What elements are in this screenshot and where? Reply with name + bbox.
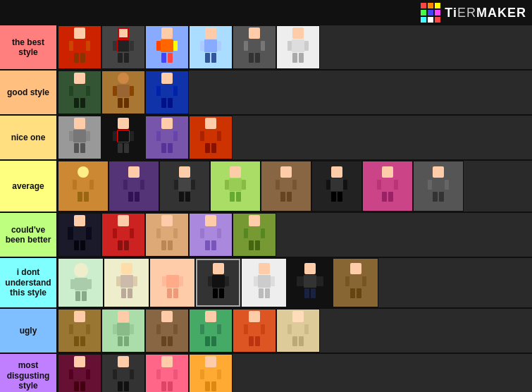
list-item xyxy=(109,161,159,212)
list-item xyxy=(58,258,104,307)
list-item xyxy=(233,25,276,69)
tier-items-b xyxy=(58,116,532,159)
tier-items-s xyxy=(58,25,532,69)
list-item xyxy=(276,309,320,353)
list-item xyxy=(145,71,189,114)
tiermaker-logo: TiERMAKER xyxy=(421,3,526,23)
list-item xyxy=(145,213,189,257)
list-item xyxy=(287,258,333,307)
tier-items-d xyxy=(58,213,532,257)
tier-items-e xyxy=(58,258,532,307)
tiermaker-header: TiERMAKER xyxy=(0,0,532,25)
tier-row-g: most disgusting style xyxy=(0,354,532,392)
list-item xyxy=(241,258,287,307)
tier-items-f xyxy=(58,309,532,353)
list-item xyxy=(58,25,101,69)
list-item xyxy=(362,161,413,212)
list-item xyxy=(189,354,233,392)
list-item xyxy=(333,258,378,307)
logo-grid-icon xyxy=(421,3,440,23)
list-item xyxy=(101,116,145,159)
list-item xyxy=(189,25,233,69)
list-item xyxy=(101,213,145,257)
tier-row-c: average xyxy=(0,161,532,213)
tier-row-d: could've been better xyxy=(0,213,532,258)
list-item xyxy=(145,309,189,353)
tier-row-a: good style xyxy=(0,71,532,116)
list-item xyxy=(149,258,195,307)
logo-text: TiERMAKER xyxy=(445,6,526,20)
tier-label-c: average xyxy=(0,161,58,212)
list-item xyxy=(58,161,109,212)
tier-items-g xyxy=(58,354,532,392)
list-item xyxy=(145,116,189,159)
list-item xyxy=(101,309,145,353)
list-item xyxy=(189,309,233,353)
list-item xyxy=(58,71,101,114)
tier-items-a xyxy=(58,71,532,114)
list-item xyxy=(159,161,210,212)
page-container: TiERMAKER the best style good style xyxy=(0,0,532,392)
tier-row-b: nice one xyxy=(0,116,532,161)
tier-label-f: ugly xyxy=(0,309,58,353)
list-item xyxy=(276,25,320,69)
list-item xyxy=(195,258,241,307)
list-item xyxy=(189,116,233,159)
list-item xyxy=(58,213,101,257)
list-item xyxy=(145,354,189,392)
tier-label-b: nice one xyxy=(0,116,58,159)
tier-label-g: most disgusting style xyxy=(0,354,58,392)
tier-label-a: good style xyxy=(0,71,58,114)
list-item xyxy=(233,309,276,353)
list-item xyxy=(261,161,311,212)
tier-row-e: i dont understand this style xyxy=(0,258,532,309)
tier-row-f: ugly xyxy=(0,309,532,354)
list-item xyxy=(233,213,276,257)
list-item xyxy=(311,161,362,212)
tier-label-e: i dont understand this style xyxy=(0,258,58,307)
tier-label-s: the best style xyxy=(0,25,58,69)
tier-items-c xyxy=(58,161,532,212)
list-item xyxy=(58,309,101,353)
list-item xyxy=(104,258,149,307)
list-item xyxy=(101,25,145,69)
list-item xyxy=(145,25,189,69)
list-item xyxy=(58,116,101,159)
list-item xyxy=(58,354,101,392)
list-item xyxy=(101,354,145,392)
list-item xyxy=(413,161,464,212)
tier-row-s: the best style xyxy=(0,25,532,71)
list-item xyxy=(101,71,145,114)
list-item xyxy=(210,161,261,212)
tier-list: the best style good style nice one xyxy=(0,25,532,392)
list-item xyxy=(189,213,233,257)
tier-label-d: could've been better xyxy=(0,213,58,257)
